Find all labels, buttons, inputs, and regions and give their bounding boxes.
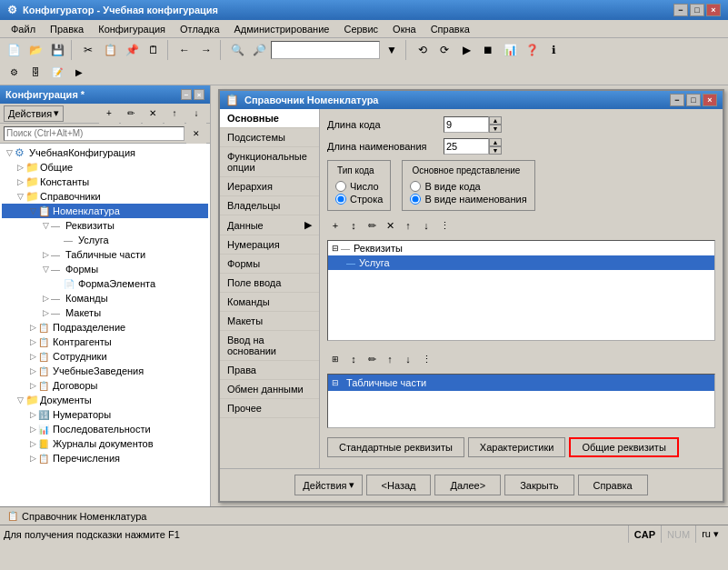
tree-forms[interactable]: ▽ — Формы [2, 262, 208, 276]
req-move-btn[interactable]: ↕ [345, 217, 362, 234]
panel-close-btn[interactable]: × [194, 89, 204, 100]
toolbar-dropdown[interactable]: ▼ [382, 40, 402, 60]
expand-icon[interactable]: ▷ [27, 351, 38, 362]
nav-data[interactable]: Данные ▶ [220, 215, 319, 235]
common-req-btn[interactable]: Общие реквизиты [569, 437, 678, 457]
code-length-up[interactable]: ▲ [489, 116, 502, 125]
actions-btn[interactable]: Действия ▾ [294, 475, 362, 495]
menu-windows[interactable]: Окна [385, 22, 424, 36]
tree-employees[interactable]: ▷ 📋 Сотрудники [2, 349, 208, 364]
expand-icon[interactable]: ▷ [40, 249, 51, 260]
expand-icon[interactable]: ▷ [27, 365, 38, 376]
tree-directories[interactable]: ▽ 📁 Справочники [2, 189, 208, 204]
req-service-item[interactable]: — Услуга [328, 255, 714, 270]
search-clear-btn[interactable]: ✕ [186, 124, 206, 144]
radio-string[interactable] [335, 194, 346, 205]
tree-subdivision[interactable]: ▷ 📋 Подразделение [2, 320, 208, 335]
tree-general[interactable]: ▷ 📁 Общие [2, 160, 208, 175]
dialog-max-btn[interactable]: □ [686, 94, 701, 106]
close-button[interactable]: × [706, 4, 721, 16]
tree-doc-journals[interactable]: ▷ 📒 Журналы документов [2, 436, 208, 451]
tree-table-parts[interactable]: ▷ — Табличные части [2, 247, 208, 262]
next-btn[interactable]: Далее> [434, 475, 501, 495]
toolbar-btn3[interactable]: ▶ [456, 40, 476, 60]
nav-basic[interactable]: Основные [220, 109, 319, 128]
menu-edit[interactable]: Правка [43, 22, 91, 36]
expand-icon[interactable]: ▽ [40, 264, 51, 275]
nav-exchange[interactable]: Обмен данными [220, 380, 319, 399]
table-parts-label[interactable]: ⊟ Табличные части [328, 375, 714, 391]
toolbar-row2-btn3[interactable]: 📝 [47, 63, 67, 83]
tree-commands[interactable]: ▷ — Команды [2, 291, 208, 305]
tree-contragents[interactable]: ▷ 📋 Контрагенты [2, 335, 208, 349]
req-add-btn[interactable]: + [327, 217, 344, 234]
nav-other[interactable]: Прочее [220, 399, 319, 418]
toolbar-row2-btn4[interactable]: ▶ [69, 63, 89, 83]
tree-layouts[interactable]: ▷ — Макеты [2, 305, 208, 320]
toolbar-open[interactable]: 📂 [25, 40, 45, 60]
panel-min-btn[interactable]: − [181, 89, 192, 100]
expand-icon[interactable]: ▽ [27, 205, 38, 216]
tree-delete-btn[interactable]: ✕ [143, 104, 163, 124]
toolbar-back[interactable]: ← [175, 40, 194, 60]
expand-icon[interactable]: ▷ [15, 176, 25, 187]
menu-help[interactable]: Справка [424, 22, 477, 36]
expand-icon[interactable]: ▷ [40, 307, 51, 318]
nav-owners[interactable]: Владельцы [220, 196, 319, 215]
nav-subsystems[interactable]: Подсистемы [220, 128, 319, 147]
expand-icon[interactable]: ▽ [15, 191, 25, 202]
actions-dropdown[interactable]: Действия ▾ [4, 105, 64, 122]
name-length-up[interactable]: ▲ [489, 138, 502, 146]
dialog-close-btn[interactable]: × [703, 94, 717, 106]
expand-icon[interactable]: ▷ [40, 293, 51, 304]
dialog-min-btn[interactable]: − [670, 94, 684, 106]
toolbar-cut[interactable]: ✂ [78, 40, 98, 60]
tree-down-btn[interactable]: ↓ [186, 104, 206, 124]
tree-edit-btn[interactable]: ✏ [121, 104, 141, 124]
tree-documents[interactable]: ▽ 📁 Документы [2, 393, 208, 407]
expand-icon[interactable]: ▽ [15, 395, 25, 405]
radio-number[interactable] [335, 181, 346, 192]
toolbar-btn6[interactable]: ❓ [522, 40, 542, 60]
toolbar-row2-btn1[interactable]: ⚙ [4, 63, 24, 83]
config-search-input[interactable] [4, 126, 184, 141]
nav-based-on[interactable]: Ввод на основании [220, 331, 319, 361]
tree-numerators[interactable]: ▷ 🔢 Нумераторы [2, 407, 208, 422]
table-parts-tree[interactable]: ⊟ Табличные части [327, 374, 715, 428]
status-lang[interactable]: ru ▾ [695, 525, 724, 543]
tree-constants[interactable]: ▷ 📁 Константы [2, 175, 208, 189]
characteristics-btn[interactable]: Характеристики [468, 437, 566, 457]
nav-layouts[interactable]: Макеты [220, 312, 319, 331]
nav-hierarchy[interactable]: Иерархия [220, 177, 319, 196]
req-up-btn[interactable]: ↑ [400, 217, 416, 234]
req-tree-root[interactable]: ⊟ — Реквизиты [328, 241, 714, 255]
tp-edit-btn[interactable]: ✏ [364, 351, 380, 367]
requisites-tree[interactable]: ⊟ — Реквизиты — Услуга [327, 240, 715, 341]
expand-icon[interactable]: ▽ [4, 147, 15, 158]
radio-inname[interactable] [410, 194, 421, 205]
nav-forms[interactable]: Формы [220, 255, 319, 274]
name-length-input[interactable]: 25 [444, 138, 489, 155]
tp-more-btn[interactable]: ⋮ [418, 351, 434, 367]
toolbar-paste[interactable]: 📌 [122, 40, 142, 60]
toolbar-btn4[interactable]: ⏹ [478, 40, 498, 60]
radio-inview[interactable] [410, 181, 421, 192]
expand-icon[interactable]: ▷ [27, 409, 38, 420]
tree-sequences[interactable]: ▷ 📊 Последовательности [2, 422, 208, 436]
name-length-down[interactable]: ▼ [489, 146, 502, 155]
tree-form-element[interactable]: 📄 ФормаЭлемента [2, 276, 208, 291]
toolbar-btn1[interactable]: ⟲ [413, 40, 433, 60]
close-btn[interactable]: Закрыть [504, 475, 573, 495]
expand-icon[interactable]: ▷ [27, 424, 38, 435]
tree-service[interactable]: — Услуга [2, 233, 208, 247]
tree-nomenclature[interactable]: ▽ 📋 Номенклатура [2, 204, 208, 218]
code-length-down[interactable]: ▼ [489, 125, 502, 133]
req-root-expand[interactable]: ⊟ [332, 244, 339, 253]
expand-icon[interactable]: ▷ [27, 453, 38, 464]
toolbar-forward[interactable]: → [196, 40, 216, 60]
req-down-btn[interactable]: ↓ [418, 217, 434, 234]
toolbar-save[interactable]: 💾 [47, 40, 67, 60]
minimize-button[interactable]: − [673, 4, 688, 16]
toolbar-copy2[interactable]: 🗒 [144, 40, 164, 60]
tp-up-btn[interactable]: ↑ [382, 351, 398, 367]
